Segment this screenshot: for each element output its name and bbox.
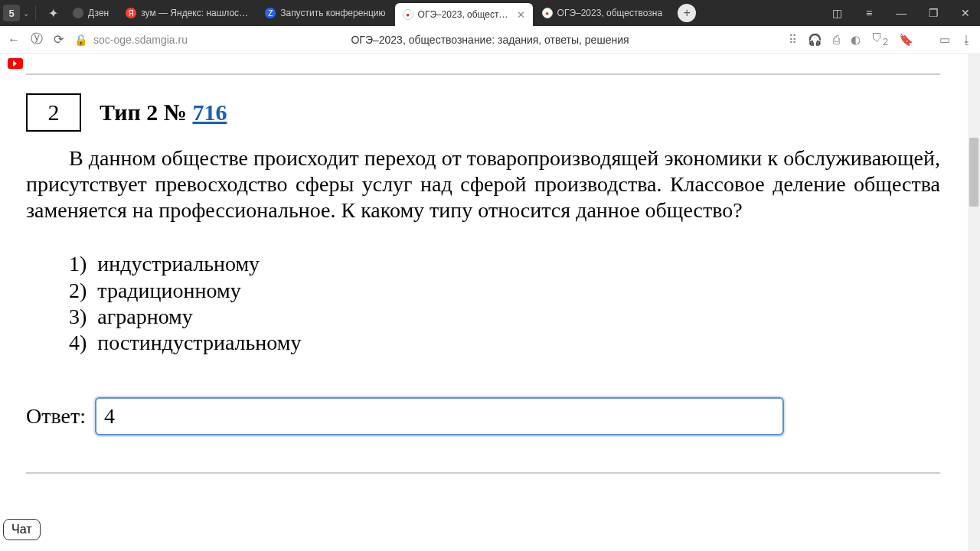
answer-label: Ответ: <box>26 404 86 429</box>
close-window-icon[interactable]: ✕ <box>954 2 977 24</box>
tab-label: Дзен <box>88 8 109 18</box>
new-tab-button[interactable]: + <box>678 4 696 22</box>
favicon-zoom: Z <box>265 8 276 18</box>
question-type-label: Тип 2 № <box>100 99 192 125</box>
titlebar-right: ◫ ≡ — ❐ ✕ <box>825 2 977 24</box>
menu-icon[interactable]: ≡ <box>858 2 880 24</box>
tab-label: зум — Яндекс: нашлось 5 <box>141 8 248 18</box>
question-link[interactable]: 716 <box>192 99 227 125</box>
close-tab-icon[interactable]: ✕ <box>517 9 525 21</box>
option-1: 1) индустриальному <box>69 251 940 277</box>
question-title: Тип 2 № 716 <box>100 99 227 126</box>
translate-icon[interactable]: ⎙ <box>833 33 840 46</box>
headphones-icon[interactable]: 🎧 <box>808 33 822 47</box>
favicon-yandex: Я <box>126 8 136 18</box>
answer-options: 1) индустриальному 2) традиционному 3) а… <box>69 251 940 356</box>
shield-icon[interactable]: ⛉2 <box>871 31 888 47</box>
eye-icon[interactable]: ◐ <box>851 33 861 47</box>
favicon-sdamgia <box>403 9 413 20</box>
page-title: ОГЭ–2023, обществознание: задания, ответ… <box>351 34 629 46</box>
page-content: 2 Тип 2 № 716 В данном обществе происход… <box>0 73 966 551</box>
option-3: 3) аграрному <box>69 304 940 330</box>
yandex-icon[interactable]: ⓨ <box>31 31 43 47</box>
apps-icon[interactable]: ⠿ <box>789 33 797 47</box>
maximize-icon[interactable]: ❐ <box>922 2 945 24</box>
divider-bottom <box>26 472 940 474</box>
assistant-icon[interactable]: ✦ <box>42 2 64 24</box>
back-button[interactable]: ← <box>8 33 20 47</box>
option-2: 2) традиционному <box>69 278 940 304</box>
scrollbar-thumb[interactable] <box>969 138 978 207</box>
bookmark-icon[interactable]: 🔖 <box>899 33 913 47</box>
youtube-bookmark-icon[interactable] <box>8 58 23 69</box>
option-4: 4) постиндустриальному <box>69 330 940 356</box>
answer-row: Ответ: <box>26 397 940 435</box>
url-text: soc-oge.sdamgia.ru <box>93 34 188 46</box>
favicon-sdamgia <box>542 8 553 18</box>
minimize-icon[interactable]: — <box>890 2 913 24</box>
bookmarks-bar <box>0 54 980 73</box>
lock-icon: 🔒 <box>74 34 87 46</box>
tab-oge-active[interactable]: ОГЭ–2023, обществоз ✕ <box>395 3 533 26</box>
divider-top <box>26 73 940 75</box>
question-number-box: 2 <box>26 93 81 132</box>
titlebar-left: 5 ⌄ ✦ Дзен Я зум — Яндекс: нашлось 5 Z З… <box>3 0 696 26</box>
reload-button[interactable]: ⟳ <box>54 32 64 47</box>
sidebar-icon[interactable]: ▭ <box>939 33 950 47</box>
shield-badge: 2 <box>883 37 888 47</box>
chat-button[interactable]: Чат <box>3 519 41 540</box>
download-icon[interactable]: ⭳ <box>961 33 972 46</box>
app-dropdown-caret[interactable]: ⌄ <box>23 9 29 18</box>
question-header: 2 Тип 2 № 716 <box>26 93 940 132</box>
tab-separator <box>35 5 36 21</box>
app-badge[interactable]: 5 <box>3 5 20 21</box>
favicon-dzen <box>73 8 83 18</box>
tab-label: ОГЭ–2023, обществоз <box>418 9 511 20</box>
tab-yandex-search[interactable]: Я зум — Яндекс: нашлось 5 <box>118 2 256 24</box>
tab-label: ОГЭ–2023, обществозна <box>557 8 663 18</box>
tab-dzen[interactable]: Дзен <box>65 2 116 24</box>
vertical-scrollbar[interactable] <box>968 54 980 551</box>
panel-icon[interactable]: ◫ <box>825 2 848 24</box>
answer-input[interactable] <box>95 397 784 435</box>
url-box[interactable]: 🔒 soc-oge.sdamgia.ru <box>74 34 188 46</box>
address-bar: ← ⓨ ⟳ 🔒 soc-oge.sdamgia.ru ОГЭ–2023, общ… <box>0 26 980 54</box>
window-titlebar: 5 ⌄ ✦ Дзен Я зум — Яндекс: нашлось 5 Z З… <box>0 0 980 26</box>
tab-label: Запустить конференцию <box>280 8 385 18</box>
addressbar-actions: ⠿ 🎧 ⎙ ◐ ⛉2 🔖 ▭ ⭳ <box>789 31 972 47</box>
tab-zoom[interactable]: Z Запустить конференцию <box>257 2 393 24</box>
question-text: В данном обществе происходит переход от … <box>26 145 940 223</box>
tab-oge-2[interactable]: ОГЭ–2023, обществозна <box>534 2 671 24</box>
